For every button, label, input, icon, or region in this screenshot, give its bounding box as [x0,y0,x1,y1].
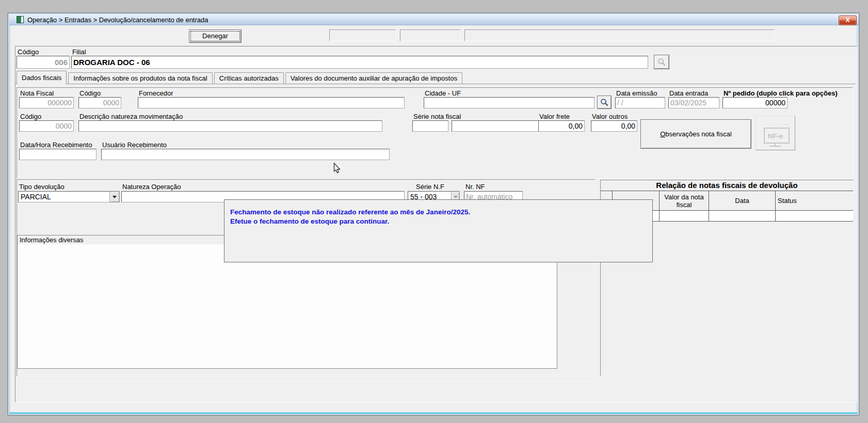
tab-criticas-autorizadas[interactable]: Críticas autorizadas [214,72,284,84]
valor-frete-label: Valor frete [539,113,570,120]
relacao-cell [776,211,853,221]
mouse-cursor [333,163,341,174]
search-icon [600,98,609,107]
natureza-codigo-label: Código [20,113,41,120]
close-button[interactable]: X [839,15,857,25]
close-icon: X [845,17,849,24]
fornecedor-codigo-field[interactable]: 0000 [78,97,121,108]
tab-dados-fiscais[interactable]: Dados fiscais [17,71,67,84]
natureza-codigo-field[interactable]: 0000 [19,120,74,132]
app-icon [17,16,24,23]
serie-nota-label: Série nota fiscal [413,113,461,120]
data-entrada-label: Data entrada [669,89,708,97]
data-entrada-field[interactable]: 03/02/2025 [668,97,719,108]
relacao-col-data: Data [709,191,776,210]
tab-informacoes-produtos[interactable]: Informações sobre os produtos da nota fi… [68,72,212,84]
cidade-uf-label: Cidade - UF [425,89,461,97]
codigo-filial-field[interactable]: 006 [17,56,70,69]
stock-closing-warning: Fechamento de estoque não realizado refe… [224,199,653,262]
usuario-recebimento-field[interactable] [101,149,390,160]
observacoes-accel: O [660,130,665,138]
window-title: Operação > Entradas > Devolução/cancelam… [27,16,208,24]
serie-nf-label: Série N.F [416,183,444,191]
cidade-search-button[interactable] [597,96,612,109]
relacao-col-valor: Valor da nota fiscal [660,191,709,210]
nfe-label: NF-e [768,132,783,140]
relacao-cell [709,211,776,221]
usuario-recebimento-label: Usuário Recebimento [102,141,167,149]
fornecedor-codigo-label: Código [79,89,101,97]
nfe-button[interactable]: ... NF-e [756,116,795,150]
nota-fiscal-field[interactable]: 000000 [19,97,74,108]
informacoes-diversas-memo[interactable] [17,244,557,369]
search-icon-disabled [657,58,666,67]
chevron-down-icon[interactable] [109,192,119,202]
relacao-col-status: Status [776,191,853,210]
descricao-natureza-label: Descrição natureza movimentação [79,113,183,120]
data-emissao-field[interactable]: / / [615,97,665,108]
informacoes-diversas-label: Informações diversas [20,236,84,244]
status-panel-1 [329,29,396,41]
status-panel-2 [400,29,461,41]
warning-line-1: Fechamento de estoque não realizado refe… [230,208,647,217]
status-panel-3 [464,29,775,41]
fornecedor-field[interactable] [138,97,405,108]
nota-fiscal-label: Nota Fiscal [20,89,54,97]
fornecedor-label: Fornecedor [139,89,173,97]
data-hora-recebimento-field[interactable] [19,149,97,160]
nfe-base-icon [769,146,781,147]
data-hora-recebimento-label: Data/Hora Recebimento [20,141,92,149]
denegar-button[interactable]: Denegar [189,29,242,43]
app-window: Operação > Entradas > Devolução/cancelam… [8,13,859,415]
tipo-devolucao-label: Tipo devolução [19,183,65,191]
codigo-filial-label: Código [18,48,39,56]
natureza-operacao-label: Natureza Operação [122,183,181,191]
desktop: Operação > Entradas > Devolução/cancelam… [0,0,868,423]
denegar-label: Denegar [202,32,228,40]
serie-nota-field-1[interactable] [412,120,448,132]
observacoes-nota-fiscal-button[interactable]: Observações nota fiscal [640,119,751,149]
pedido-label: Nº pedido (duplo click para opções) [724,89,838,97]
tipo-devolucao-value: PARCIAL [19,192,109,202]
tipo-devolucao-select[interactable]: PARCIAL [18,191,120,202]
warning-line-2: Efetue o fechamento de estoque para cont… [230,217,647,226]
valor-frete-field[interactable]: 0,00 [538,120,585,132]
nr-nf-label: Nr. NF [465,183,485,191]
observacoes-label: bservações nota fiscal [665,130,732,138]
pedido-field[interactable]: 00000 [722,97,787,108]
data-emissao-label: Data emissão [616,89,657,97]
relacao-title: Relação de notas fiscais de devolução [601,180,853,191]
filial-search-button[interactable] [654,55,669,69]
relacao-cell [660,211,709,221]
descricao-natureza-field[interactable] [78,120,382,132]
filial-label: Filial [72,48,86,56]
nfe-dots-icon: ... [781,119,790,127]
valor-outros-label: Valor outros [592,113,628,120]
cidade-uf-field[interactable] [424,97,594,108]
serie-nota-field-2[interactable] [452,120,542,132]
filial-field[interactable]: DROGARIA DOC - 06 [71,56,648,69]
valor-outros-field[interactable]: 0,00 [591,120,637,132]
tab-valores-documento[interactable]: Valores do documento auxiliar de apuraçã… [285,72,463,84]
tab-strip: Dados fiscais Informações sobre os produ… [15,71,856,84]
nfe-monitor-icon: NF-e [764,128,790,144]
